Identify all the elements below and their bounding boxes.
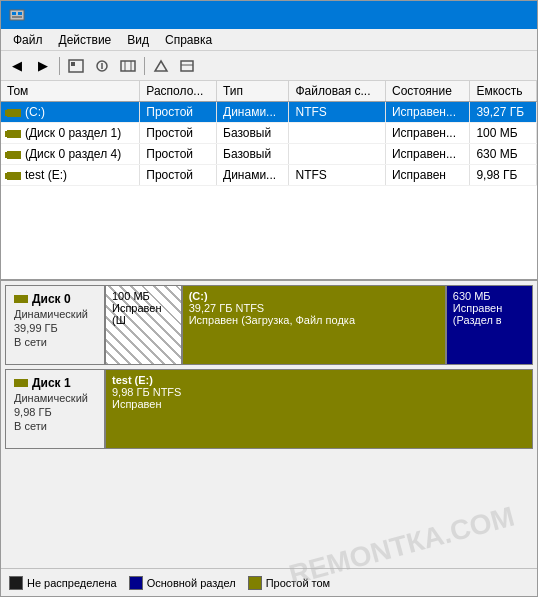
disk-partition[interactable]: 630 МБ Исправен (Раздел в xyxy=(447,286,532,364)
cell-fs: NTFS xyxy=(289,165,386,186)
cell-status: Исправен xyxy=(385,165,469,186)
partition-name: (C:) xyxy=(189,290,439,302)
disk-partition[interactable]: 100 МБ Исправен (Ш xyxy=(106,286,183,364)
disk-size: 9,98 ГБ xyxy=(14,406,96,418)
legend-color-unallocated xyxy=(9,576,23,590)
svg-rect-2 xyxy=(18,12,22,15)
toolbar-sep-1 xyxy=(59,57,60,75)
toolbar-btn-3[interactable] xyxy=(116,55,140,77)
disk-info: Диск 0 Динамический 39,99 ГБ В сети xyxy=(6,286,106,364)
menu-bar: Файл Действие Вид Справка xyxy=(1,29,537,51)
menu-file[interactable]: Файл xyxy=(5,31,51,48)
close-button[interactable] xyxy=(507,5,529,25)
partition-size: 630 МБ xyxy=(453,290,526,302)
disk-table: Том Располо... Тип Файловая с... Состоян… xyxy=(1,81,537,186)
menu-view[interactable]: Вид xyxy=(119,31,157,48)
legend-item-unallocated: Не распределена xyxy=(9,576,117,590)
col-header-status[interactable]: Состояние xyxy=(385,81,469,102)
cell-location: Простой xyxy=(140,144,217,165)
title-buttons xyxy=(459,5,529,25)
table-row[interactable]: test (E:) Простой Динами... NTFS Исправе… xyxy=(1,165,537,186)
partition-status: Исправен xyxy=(112,398,526,410)
toolbar-btn-1[interactable] xyxy=(64,55,88,77)
legend-label-unallocated: Не распределена xyxy=(27,577,117,589)
cell-status: Исправен... xyxy=(385,102,469,123)
col-header-location[interactable]: Располо... xyxy=(140,81,217,102)
row-icon xyxy=(7,151,21,159)
toolbar-btn-2[interactable] xyxy=(90,55,114,77)
cell-volume: (C:) xyxy=(1,102,140,123)
disk-drive-icon xyxy=(14,295,28,303)
app-icon xyxy=(9,7,25,23)
cell-type: Динами... xyxy=(217,165,289,186)
menu-help[interactable]: Справка xyxy=(157,31,220,48)
cell-type: Динами... xyxy=(217,102,289,123)
disk-name: Диск 1 xyxy=(32,376,71,390)
disk-title: Диск 0 xyxy=(14,292,96,306)
row-icon xyxy=(7,172,21,180)
forward-button[interactable]: ▶ xyxy=(31,55,55,77)
disk-partitions: test (E:) 9,98 ГБ NTFS Исправен xyxy=(106,370,532,448)
disk-type: Динамический xyxy=(14,308,96,320)
partition-size: 39,27 ГБ NTFS xyxy=(189,302,439,314)
disk-row: Диск 0 Динамический 39,99 ГБ В сети 100 … xyxy=(5,285,533,365)
disk-status: В сети xyxy=(14,336,96,348)
cell-volume: (Диск 0 раздел 1) xyxy=(1,123,140,144)
cell-location: Простой xyxy=(140,123,217,144)
legend-label-primary: Основной раздел xyxy=(147,577,236,589)
partition-status: Исправен (Загрузка, Файл подка xyxy=(189,314,439,326)
toolbar: ◀ ▶ xyxy=(1,51,537,81)
cell-location: Простой xyxy=(140,165,217,186)
table-row[interactable]: (C:) Простой Динами... NTFS Исправен... … xyxy=(1,102,537,123)
svg-rect-3 xyxy=(12,16,22,18)
toolbar-btn-5[interactable] xyxy=(175,55,199,77)
partition-status: Исправен (Раздел в xyxy=(453,302,526,326)
partition-name: test (E:) xyxy=(112,374,526,386)
col-header-fs[interactable]: Файловая с... xyxy=(289,81,386,102)
col-header-type[interactable]: Тип xyxy=(217,81,289,102)
title-bar-left xyxy=(9,7,31,23)
legend-color-simple xyxy=(248,576,262,590)
partition-size: 100 МБ xyxy=(112,290,175,302)
disk-info: Диск 1 Динамический 9,98 ГБ В сети xyxy=(6,370,106,448)
cell-size: 39,27 ГБ xyxy=(470,102,537,123)
table-row[interactable]: (Диск 0 раздел 4) Простой Базовый Исправ… xyxy=(1,144,537,165)
cell-location: Простой xyxy=(140,102,217,123)
cell-status: Исправен... xyxy=(385,144,469,165)
minimize-button[interactable] xyxy=(459,5,481,25)
disk-partitions: 100 МБ Исправен (Ш (C:) 39,27 ГБ NTFS Ис… xyxy=(106,286,532,364)
cell-size: 630 МБ xyxy=(470,144,537,165)
cell-fs xyxy=(289,123,386,144)
cell-type: Базовый xyxy=(217,123,289,144)
cell-fs: NTFS xyxy=(289,102,386,123)
legend-item-primary: Основной раздел xyxy=(129,576,236,590)
toolbar-btn-4[interactable] xyxy=(149,55,173,77)
table-row[interactable]: (Диск 0 раздел 1) Простой Базовый Исправ… xyxy=(1,123,537,144)
menu-action[interactable]: Действие xyxy=(51,31,120,48)
maximize-button[interactable] xyxy=(483,5,505,25)
cell-status: Исправен... xyxy=(385,123,469,144)
disk-type: Динамический xyxy=(14,392,96,404)
table-section: Том Располо... Тип Файловая с... Состоян… xyxy=(1,81,537,281)
disk-partition[interactable]: test (E:) 9,98 ГБ NTFS Исправен xyxy=(106,370,532,448)
disk-name: Диск 0 xyxy=(32,292,71,306)
partition-size: 9,98 ГБ NTFS xyxy=(112,386,526,398)
cell-volume: test (E:) xyxy=(1,165,140,186)
toolbar-sep-2 xyxy=(144,57,145,75)
disk-title: Диск 1 xyxy=(14,376,96,390)
row-icon xyxy=(7,130,21,138)
cell-size: 9,98 ГБ xyxy=(470,165,537,186)
legend-color-primary xyxy=(129,576,143,590)
title-bar xyxy=(1,1,537,29)
svg-rect-8 xyxy=(121,61,135,71)
disk-row: Диск 1 Динамический 9,98 ГБ В сети test … xyxy=(5,369,533,449)
col-header-size[interactable]: Емкость xyxy=(470,81,537,102)
disk-status: В сети xyxy=(14,420,96,432)
svg-rect-5 xyxy=(71,62,75,66)
back-button[interactable]: ◀ xyxy=(5,55,29,77)
legend-label-simple: Простой том xyxy=(266,577,330,589)
cell-volume: (Диск 0 раздел 4) xyxy=(1,144,140,165)
disk-partition[interactable]: (C:) 39,27 ГБ NTFS Исправен (Загрузка, Ф… xyxy=(183,286,447,364)
col-header-volume[interactable]: Том xyxy=(1,81,140,102)
partition-status: Исправен (Ш xyxy=(112,302,175,326)
